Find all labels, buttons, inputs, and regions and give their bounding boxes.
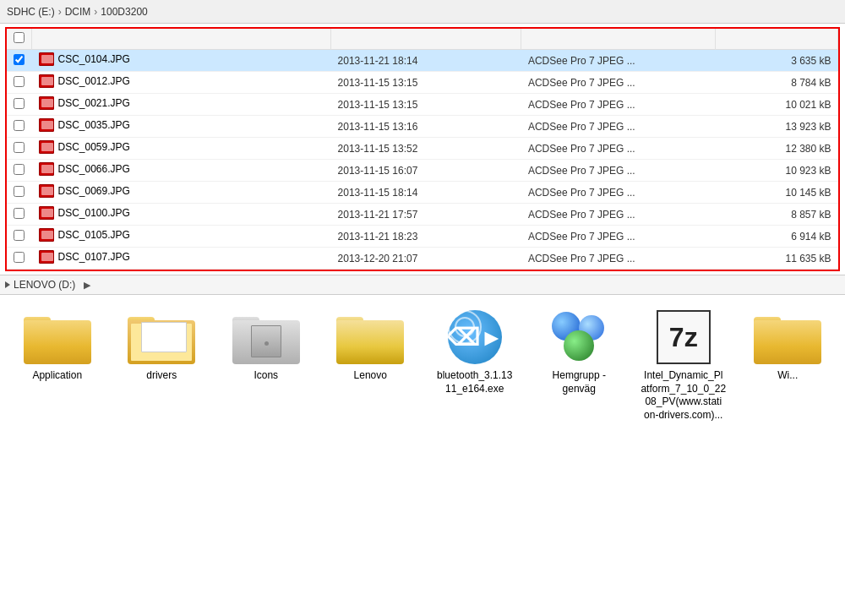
row-type: ACDSee Pro 7 JPEG ... xyxy=(521,94,716,116)
row-date: 2013-11-15 16:07 xyxy=(331,160,521,182)
icon-label: Icons xyxy=(254,369,278,383)
row-checkbox[interactable] xyxy=(7,50,32,72)
breadcrumb-part-3[interactable]: 100D3200 xyxy=(101,6,147,18)
sevenz-box: 7z xyxy=(657,310,711,364)
row-select-checkbox[interactable] xyxy=(14,164,25,175)
row-size: 11 635 kB xyxy=(716,248,838,270)
jpeg-icon xyxy=(39,250,54,264)
file-icon-name: DSC_0035.JPG xyxy=(39,118,130,132)
icon-item-icons[interactable]: Icons xyxy=(214,305,319,427)
icon-item-lenovo[interactable]: Lenovo xyxy=(319,305,423,427)
breadcrumb-part-2[interactable]: DCIM xyxy=(65,6,91,18)
file-icon-name: DSC_0069.JPG xyxy=(39,184,130,198)
row-select-checkbox[interactable] xyxy=(14,186,25,197)
icon-item-hemgrupp[interactable]: Hemgrupp -genväg xyxy=(527,305,632,427)
breadcrumb-part-1[interactable]: SDHC (E:) xyxy=(7,6,55,18)
row-select-checkbox[interactable] xyxy=(14,54,25,65)
icon-label: drivers xyxy=(146,369,177,383)
file-icon-name: DSC_0105.JPG xyxy=(39,228,130,242)
table-row[interactable]: DSC_0035.JPG 2013-11-15 13:16 ACDSee Pro… xyxy=(7,116,838,138)
row-select-checkbox[interactable] xyxy=(14,208,25,219)
row-size: 12 380 kB xyxy=(716,138,838,160)
folder-paper xyxy=(141,322,187,352)
row-checkbox[interactable] xyxy=(7,248,32,270)
row-name: DSC_0059.JPG xyxy=(32,138,331,160)
folder-icon xyxy=(336,310,404,364)
row-size: 10 145 kB xyxy=(716,182,838,204)
row-type: ACDSee Pro 7 JPEG ... xyxy=(521,226,716,248)
folder-base xyxy=(232,320,300,364)
file-list-section: CSC_0104.JPG 2013-11-21 18:14 ACDSee Pro… xyxy=(5,27,840,271)
row-type: ACDSee Pro 7 JPEG ... xyxy=(521,138,716,160)
file-icon-name: DSC_0107.JPG xyxy=(39,250,130,264)
file-icon-name: DSC_0066.JPG xyxy=(39,162,130,176)
row-checkbox[interactable] xyxy=(7,116,32,138)
row-date: 2013-11-21 17:57 xyxy=(331,204,521,226)
table-row[interactable]: DSC_0021.JPG 2013-11-15 13:15 ACDSee Pro… xyxy=(7,94,838,116)
row-name: CSC_0104.JPG xyxy=(32,50,331,72)
table-row[interactable]: DSC_0069.JPG 2013-11-15 18:14 ACDSee Pro… xyxy=(7,182,838,204)
jpeg-icon xyxy=(39,206,54,220)
row-select-checkbox[interactable] xyxy=(14,120,25,131)
table-row[interactable]: DSC_0100.JPG 2013-11-21 17:57 ACDSee Pro… xyxy=(7,204,838,226)
row-select-checkbox[interactable] xyxy=(14,252,25,263)
icon-item-application[interactable]: Application xyxy=(5,305,110,427)
jpeg-icon xyxy=(39,162,54,176)
icon-item-bluetooth[interactable]: ⌫► bluetooth_3.1.1311_e164.exe xyxy=(422,305,527,427)
table-header-row xyxy=(7,29,838,50)
drive-label: LENOVO (D:) xyxy=(14,279,75,291)
file-table: CSC_0104.JPG 2013-11-21 18:14 ACDSee Pro… xyxy=(7,29,838,270)
folder-door-knob xyxy=(264,341,269,346)
file-icon-name: CSC_0104.JPG xyxy=(39,52,130,66)
col-header-date[interactable] xyxy=(331,29,521,50)
row-name: DSC_0069.JPG xyxy=(32,182,331,204)
icon-item-win[interactable]: Wi... xyxy=(736,305,841,427)
row-name: DSC_0012.JPG xyxy=(32,72,331,94)
table-row[interactable]: CSC_0104.JPG 2013-11-21 18:14 ACDSee Pro… xyxy=(7,50,838,72)
icon-item-drivers[interactable]: drivers xyxy=(110,305,215,427)
row-checkbox[interactable] xyxy=(7,138,32,160)
folder-base xyxy=(24,320,91,364)
folder-base xyxy=(336,320,404,364)
icon-label: Lenovo xyxy=(354,369,387,383)
row-checkbox[interactable] xyxy=(7,94,32,116)
file-icon-name: DSC_0059.JPG xyxy=(39,140,130,154)
breadcrumb-sep-2: › xyxy=(94,6,97,18)
row-checkbox[interactable] xyxy=(7,182,32,204)
row-checkbox[interactable] xyxy=(7,204,32,226)
col-checkbox[interactable] xyxy=(7,29,32,50)
col-header-name[interactable] xyxy=(32,29,331,50)
row-select-checkbox[interactable] xyxy=(14,98,25,109)
row-checkbox[interactable] xyxy=(7,226,32,248)
drive-section[interactable]: LENOVO (D:) ▶ xyxy=(0,275,845,295)
col-header-size[interactable] xyxy=(716,29,838,50)
folder-icons-icon xyxy=(232,310,300,364)
row-select-checkbox[interactable] xyxy=(14,76,25,87)
table-row[interactable]: DSC_0066.JPG 2013-11-15 16:07 ACDSee Pro… xyxy=(7,160,838,182)
jpeg-icon xyxy=(39,184,54,198)
row-checkbox[interactable] xyxy=(7,72,32,94)
row-date: 2013-11-15 13:15 xyxy=(331,94,521,116)
breadcrumb[interactable]: SDHC (E:) › DCIM › 100D3200 xyxy=(0,0,845,24)
select-all-checkbox[interactable] xyxy=(14,32,25,43)
row-name: DSC_0105.JPG xyxy=(32,226,331,248)
table-row[interactable]: DSC_0107.JPG 2013-12-20 21:07 ACDSee Pro… xyxy=(7,248,838,270)
icon-label: Wi... xyxy=(777,369,798,383)
table-row[interactable]: DSC_0059.JPG 2013-11-15 13:52 ACDSee Pro… xyxy=(7,138,838,160)
icon-label: bluetooth_3.1.1311_e164.exe xyxy=(437,369,512,395)
icon-item-intel7z[interactable]: 7z Intel_Dynamic_Platform_7_10_0_2208_PV… xyxy=(631,305,736,427)
folder-icon xyxy=(24,310,91,364)
folder-inner xyxy=(131,324,192,361)
row-name: DSC_0035.JPG xyxy=(32,116,331,138)
hg-ball-3 xyxy=(564,330,594,361)
row-checkbox[interactable] xyxy=(7,160,32,182)
row-select-checkbox[interactable] xyxy=(14,142,25,153)
table-row[interactable]: DSC_0012.JPG 2013-11-15 13:15 ACDSee Pro… xyxy=(7,72,838,94)
folder-open-icon xyxy=(128,310,195,364)
folder-base xyxy=(128,320,195,364)
row-name: DSC_0100.JPG xyxy=(32,204,331,226)
table-row[interactable]: DSC_0105.JPG 2013-11-21 18:23 ACDSee Pro… xyxy=(7,226,838,248)
row-select-checkbox[interactable] xyxy=(14,230,25,241)
row-size: 8 857 kB xyxy=(716,204,838,226)
col-header-type[interactable] xyxy=(521,29,716,50)
